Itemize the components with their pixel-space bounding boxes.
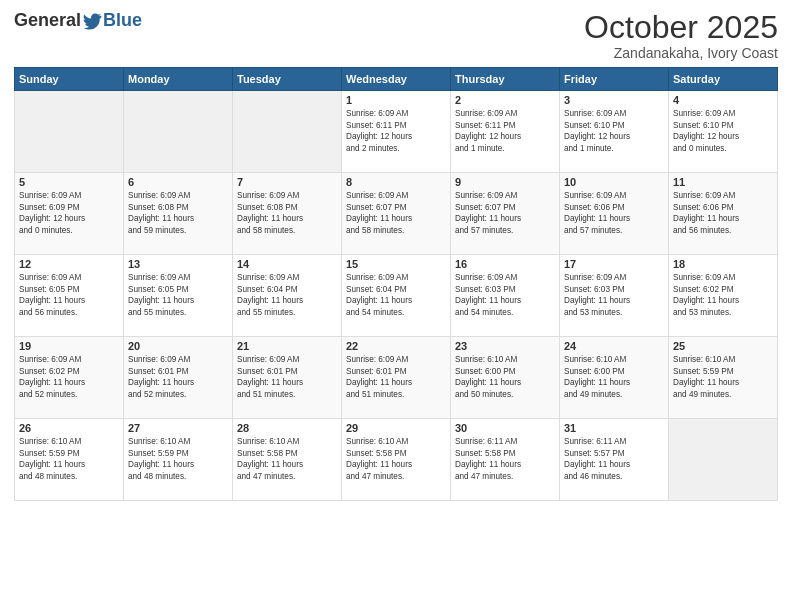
day-number: 14 bbox=[237, 258, 337, 270]
weekday-header: Sunday bbox=[15, 68, 124, 91]
calendar-week-row: 19Sunrise: 6:09 AM Sunset: 6:02 PM Dayli… bbox=[15, 337, 778, 419]
calendar-cell: 19Sunrise: 6:09 AM Sunset: 6:02 PM Dayli… bbox=[15, 337, 124, 419]
weekday-header: Friday bbox=[560, 68, 669, 91]
weekday-header: Tuesday bbox=[233, 68, 342, 91]
day-info: Sunrise: 6:10 AM Sunset: 5:58 PM Dayligh… bbox=[346, 436, 446, 482]
day-number: 22 bbox=[346, 340, 446, 352]
day-info: Sunrise: 6:09 AM Sunset: 6:09 PM Dayligh… bbox=[19, 190, 119, 236]
calendar-cell: 26Sunrise: 6:10 AM Sunset: 5:59 PM Dayli… bbox=[15, 419, 124, 501]
logo: General Blue bbox=[14, 10, 142, 31]
calendar-header-row: SundayMondayTuesdayWednesdayThursdayFrid… bbox=[15, 68, 778, 91]
weekday-header: Monday bbox=[124, 68, 233, 91]
calendar-cell: 31Sunrise: 6:11 AM Sunset: 5:57 PM Dayli… bbox=[560, 419, 669, 501]
calendar-week-row: 12Sunrise: 6:09 AM Sunset: 6:05 PM Dayli… bbox=[15, 255, 778, 337]
calendar-table: SundayMondayTuesdayWednesdayThursdayFrid… bbox=[14, 67, 778, 501]
day-number: 20 bbox=[128, 340, 228, 352]
day-info: Sunrise: 6:09 AM Sunset: 6:06 PM Dayligh… bbox=[673, 190, 773, 236]
calendar-cell: 8Sunrise: 6:09 AM Sunset: 6:07 PM Daylig… bbox=[342, 173, 451, 255]
calendar-cell: 18Sunrise: 6:09 AM Sunset: 6:02 PM Dayli… bbox=[669, 255, 778, 337]
day-number: 16 bbox=[455, 258, 555, 270]
day-number: 7 bbox=[237, 176, 337, 188]
calendar-cell bbox=[233, 91, 342, 173]
day-number: 21 bbox=[237, 340, 337, 352]
day-info: Sunrise: 6:09 AM Sunset: 6:05 PM Dayligh… bbox=[19, 272, 119, 318]
day-info: Sunrise: 6:09 AM Sunset: 6:05 PM Dayligh… bbox=[128, 272, 228, 318]
calendar-cell: 25Sunrise: 6:10 AM Sunset: 5:59 PM Dayli… bbox=[669, 337, 778, 419]
calendar-cell: 21Sunrise: 6:09 AM Sunset: 6:01 PM Dayli… bbox=[233, 337, 342, 419]
calendar-cell bbox=[669, 419, 778, 501]
day-info: Sunrise: 6:09 AM Sunset: 6:08 PM Dayligh… bbox=[128, 190, 228, 236]
day-number: 27 bbox=[128, 422, 228, 434]
calendar-cell: 13Sunrise: 6:09 AM Sunset: 6:05 PM Dayli… bbox=[124, 255, 233, 337]
calendar-cell: 2Sunrise: 6:09 AM Sunset: 6:11 PM Daylig… bbox=[451, 91, 560, 173]
day-number: 18 bbox=[673, 258, 773, 270]
day-info: Sunrise: 6:09 AM Sunset: 6:03 PM Dayligh… bbox=[455, 272, 555, 318]
day-info: Sunrise: 6:09 AM Sunset: 6:01 PM Dayligh… bbox=[237, 354, 337, 400]
day-number: 10 bbox=[564, 176, 664, 188]
day-info: Sunrise: 6:10 AM Sunset: 5:59 PM Dayligh… bbox=[19, 436, 119, 482]
day-info: Sunrise: 6:10 AM Sunset: 5:59 PM Dayligh… bbox=[673, 354, 773, 400]
calendar-cell: 5Sunrise: 6:09 AM Sunset: 6:09 PM Daylig… bbox=[15, 173, 124, 255]
day-number: 24 bbox=[564, 340, 664, 352]
day-number: 28 bbox=[237, 422, 337, 434]
calendar-cell: 4Sunrise: 6:09 AM Sunset: 6:10 PM Daylig… bbox=[669, 91, 778, 173]
logo-bird-icon bbox=[83, 11, 103, 31]
calendar-cell: 30Sunrise: 6:11 AM Sunset: 5:58 PM Dayli… bbox=[451, 419, 560, 501]
day-number: 11 bbox=[673, 176, 773, 188]
calendar-cell: 14Sunrise: 6:09 AM Sunset: 6:04 PM Dayli… bbox=[233, 255, 342, 337]
location: Zandanakaha, Ivory Coast bbox=[584, 45, 778, 61]
day-info: Sunrise: 6:09 AM Sunset: 6:03 PM Dayligh… bbox=[564, 272, 664, 318]
calendar-cell: 11Sunrise: 6:09 AM Sunset: 6:06 PM Dayli… bbox=[669, 173, 778, 255]
day-number: 8 bbox=[346, 176, 446, 188]
day-info: Sunrise: 6:10 AM Sunset: 5:58 PM Dayligh… bbox=[237, 436, 337, 482]
day-info: Sunrise: 6:11 AM Sunset: 5:58 PM Dayligh… bbox=[455, 436, 555, 482]
day-number: 4 bbox=[673, 94, 773, 106]
calendar-cell: 7Sunrise: 6:09 AM Sunset: 6:08 PM Daylig… bbox=[233, 173, 342, 255]
calendar-cell bbox=[124, 91, 233, 173]
day-info: Sunrise: 6:09 AM Sunset: 6:11 PM Dayligh… bbox=[455, 108, 555, 154]
page-header: General Blue October 2025 Zandanakaha, I… bbox=[14, 10, 778, 61]
calendar-cell: 3Sunrise: 6:09 AM Sunset: 6:10 PM Daylig… bbox=[560, 91, 669, 173]
day-info: Sunrise: 6:09 AM Sunset: 6:08 PM Dayligh… bbox=[237, 190, 337, 236]
day-number: 29 bbox=[346, 422, 446, 434]
day-info: Sunrise: 6:11 AM Sunset: 5:57 PM Dayligh… bbox=[564, 436, 664, 482]
day-number: 9 bbox=[455, 176, 555, 188]
calendar-cell: 24Sunrise: 6:10 AM Sunset: 6:00 PM Dayli… bbox=[560, 337, 669, 419]
weekday-header: Thursday bbox=[451, 68, 560, 91]
calendar-cell bbox=[15, 91, 124, 173]
day-number: 3 bbox=[564, 94, 664, 106]
calendar-cell: 15Sunrise: 6:09 AM Sunset: 6:04 PM Dayli… bbox=[342, 255, 451, 337]
day-number: 17 bbox=[564, 258, 664, 270]
title-block: October 2025 Zandanakaha, Ivory Coast bbox=[584, 10, 778, 61]
day-info: Sunrise: 6:09 AM Sunset: 6:04 PM Dayligh… bbox=[346, 272, 446, 318]
day-number: 31 bbox=[564, 422, 664, 434]
calendar-week-row: 26Sunrise: 6:10 AM Sunset: 5:59 PM Dayli… bbox=[15, 419, 778, 501]
day-number: 19 bbox=[19, 340, 119, 352]
calendar-cell: 22Sunrise: 6:09 AM Sunset: 6:01 PM Dayli… bbox=[342, 337, 451, 419]
day-number: 1 bbox=[346, 94, 446, 106]
calendar-week-row: 1Sunrise: 6:09 AM Sunset: 6:11 PM Daylig… bbox=[15, 91, 778, 173]
day-info: Sunrise: 6:09 AM Sunset: 6:10 PM Dayligh… bbox=[673, 108, 773, 154]
calendar-cell: 29Sunrise: 6:10 AM Sunset: 5:58 PM Dayli… bbox=[342, 419, 451, 501]
calendar-cell: 23Sunrise: 6:10 AM Sunset: 6:00 PM Dayli… bbox=[451, 337, 560, 419]
day-number: 26 bbox=[19, 422, 119, 434]
day-number: 5 bbox=[19, 176, 119, 188]
calendar-cell: 16Sunrise: 6:09 AM Sunset: 6:03 PM Dayli… bbox=[451, 255, 560, 337]
calendar-cell: 12Sunrise: 6:09 AM Sunset: 6:05 PM Dayli… bbox=[15, 255, 124, 337]
day-info: Sunrise: 6:09 AM Sunset: 6:07 PM Dayligh… bbox=[455, 190, 555, 236]
day-number: 30 bbox=[455, 422, 555, 434]
calendar-cell: 10Sunrise: 6:09 AM Sunset: 6:06 PM Dayli… bbox=[560, 173, 669, 255]
weekday-header: Saturday bbox=[669, 68, 778, 91]
day-number: 15 bbox=[346, 258, 446, 270]
day-number: 6 bbox=[128, 176, 228, 188]
logo-general: General bbox=[14, 10, 81, 31]
day-number: 23 bbox=[455, 340, 555, 352]
calendar-cell: 17Sunrise: 6:09 AM Sunset: 6:03 PM Dayli… bbox=[560, 255, 669, 337]
day-info: Sunrise: 6:09 AM Sunset: 6:02 PM Dayligh… bbox=[19, 354, 119, 400]
calendar-cell: 1Sunrise: 6:09 AM Sunset: 6:11 PM Daylig… bbox=[342, 91, 451, 173]
day-info: Sunrise: 6:09 AM Sunset: 6:01 PM Dayligh… bbox=[346, 354, 446, 400]
day-info: Sunrise: 6:10 AM Sunset: 6:00 PM Dayligh… bbox=[455, 354, 555, 400]
logo-blue: Blue bbox=[103, 10, 142, 31]
calendar-cell: 9Sunrise: 6:09 AM Sunset: 6:07 PM Daylig… bbox=[451, 173, 560, 255]
day-number: 13 bbox=[128, 258, 228, 270]
